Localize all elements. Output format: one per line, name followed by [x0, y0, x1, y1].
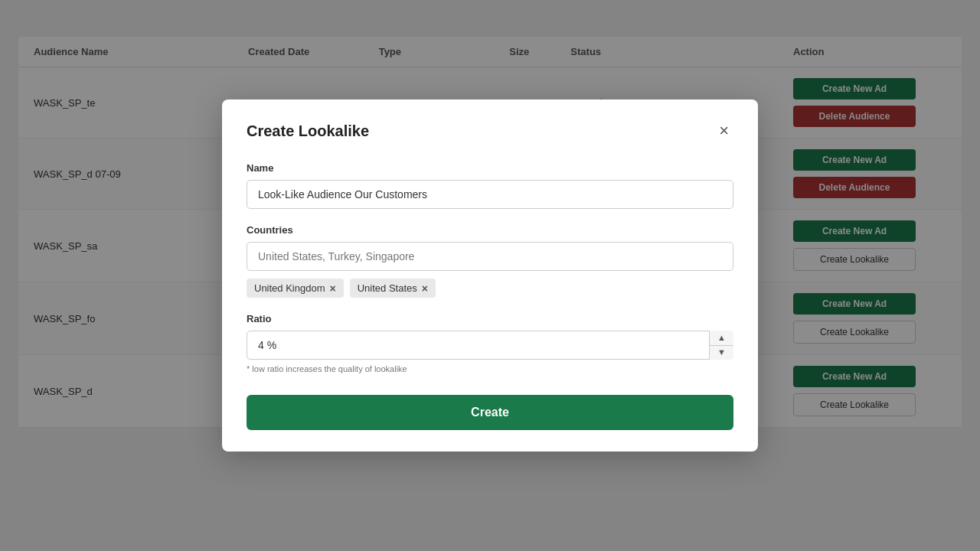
modal-close-button[interactable]: ×	[714, 121, 733, 141]
ratio-input-wrapper: ▲ ▼	[247, 331, 733, 360]
country-tag-uk: United Kingdom ×	[247, 279, 344, 298]
country-tags-container: United Kingdom × United States ×	[247, 279, 733, 298]
countries-form-group: Countries United Kingdom × United States…	[247, 224, 733, 298]
country-tag-uk-remove[interactable]: ×	[330, 283, 336, 294]
countries-input[interactable]	[247, 242, 733, 271]
ratio-input[interactable]	[247, 331, 733, 360]
ratio-form-group: Ratio ▲ ▼ * low ratio increases the qual…	[247, 313, 733, 373]
ratio-decrement-button[interactable]: ▼	[710, 346, 733, 360]
ratio-label: Ratio	[247, 313, 733, 324]
name-input[interactable]	[247, 180, 733, 209]
country-tag-us-remove[interactable]: ×	[422, 283, 428, 294]
ratio-hint: * low ratio increases the quality of loo…	[247, 364, 733, 373]
country-tag-us: United States ×	[350, 279, 436, 298]
create-button[interactable]: Create	[247, 395, 733, 430]
modal-header: Create Lookalike ×	[247, 121, 733, 141]
ratio-spinners: ▲ ▼	[709, 331, 733, 360]
name-form-group: Name	[247, 162, 733, 209]
country-tag-uk-label: United Kingdom	[254, 282, 325, 294]
modal-title: Create Lookalike	[247, 122, 369, 140]
modal-dialog: Create Lookalike × Name Countries United…	[222, 99, 758, 452]
modal-overlay: Create Lookalike × Name Countries United…	[0, 0, 980, 551]
countries-label: Countries	[247, 224, 733, 236]
name-label: Name	[247, 162, 733, 174]
ratio-increment-button[interactable]: ▲	[710, 331, 733, 346]
country-tag-us-label: United States	[358, 282, 417, 294]
